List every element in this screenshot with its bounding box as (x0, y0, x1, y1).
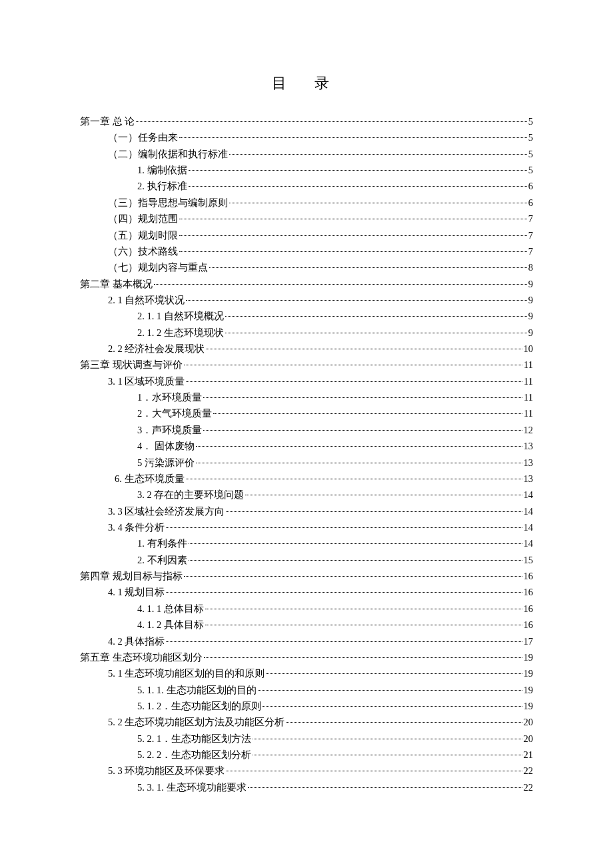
toc-entry-page: 11 (524, 373, 533, 389)
toc-entry-page: 20 (524, 731, 534, 747)
toc-entry: 5 污染源评价13 (80, 455, 533, 471)
toc-entry-text: 5. 2. 2．生态功能区划分析 (137, 747, 251, 763)
toc-entry-page: 14 (524, 535, 534, 551)
toc-entry-page: 7 (528, 211, 533, 227)
toc-entry-page: 13 (524, 471, 534, 487)
toc-entry: 2. 执行标准6 (80, 178, 533, 194)
toc-leader-dots (179, 235, 527, 236)
toc-entry-page: 11 (524, 357, 533, 373)
toc-entry-text: 5. 3. 1. 生态环境功能要求 (137, 779, 247, 795)
toc-entry-page: 19 (524, 649, 534, 665)
toc-entry-page: 5 (528, 113, 533, 129)
toc-leader-dots (263, 706, 522, 707)
table-of-contents: 第一章 总 论5（一）任务由来5（二）编制依据和执行标准51. 编制依据52. … (80, 113, 533, 795)
toc-leader-dots (184, 576, 522, 577)
toc-entry-page: 20 (524, 714, 534, 730)
toc-entry-page: 15 (524, 552, 534, 568)
toc-leader-dots (209, 267, 527, 268)
toc-entry-text: 4. 1. 1 总体目标 (137, 601, 204, 617)
toc-entry-page: 7 (528, 227, 533, 243)
toc-entry-page: 12 (524, 422, 534, 438)
toc-entry: 2. 1 自然环境状况9 (80, 292, 533, 308)
toc-entry: 3. 2 存在的主要环境问题14 (80, 487, 533, 503)
toc-entry: 2. 1. 1 自然环境概况9 (80, 308, 533, 324)
toc-entry-page: 19 (524, 682, 534, 698)
toc-entry-text: 5. 1. 2．生态功能区划的原则 (137, 698, 261, 714)
toc-entry-text: （五）规划时限 (108, 227, 178, 243)
toc-entry-text: 4. 1. 2 具体目标 (137, 617, 204, 633)
toc-entry-text: 2. 2 经济社会发展现状 (108, 341, 205, 357)
toc-entry-text: 4. 2 具体指标 (108, 633, 165, 649)
toc-entry: （五）规划时限7 (80, 227, 533, 243)
toc-leader-dots (229, 154, 527, 155)
toc-entry-page: 9 (528, 276, 533, 292)
toc-entry: 4. 1. 1 总体目标16 (80, 601, 533, 617)
toc-entry: 3. 4 条件分析14 (80, 519, 533, 535)
toc-entry: 第三章 现状调查与评价11 (80, 357, 533, 373)
toc-entry-text: 第三章 现状调查与评价 (80, 357, 183, 373)
toc-leader-dots (166, 527, 522, 528)
toc-entry-page: 21 (524, 747, 534, 763)
toc-entry-text: 1. 编制依据 (137, 162, 187, 178)
toc-entry: 3. 1 区域环境质量11 (80, 373, 533, 389)
toc-entry: 2. 1. 2 生态环境现状9 (80, 325, 533, 341)
toc-entry-text: （七）规划内容与重点 (108, 259, 208, 275)
toc-entry-page: 17 (524, 633, 534, 649)
toc-entry-text: （三）指导思想与编制原则 (108, 195, 228, 211)
toc-entry: 1．水环境质量11 (80, 389, 533, 405)
toc-entry-text: 4. 1 规划目标 (108, 584, 165, 600)
toc-entry: 5. 1. 1. 生态功能区划的目的19 (80, 682, 533, 698)
toc-entry-page: 9 (528, 292, 533, 308)
toc-leader-dots (189, 186, 527, 187)
toc-leader-dots (179, 251, 527, 252)
toc-leader-dots (245, 495, 522, 495)
toc-entry-text: 3. 1 区域环境质量 (108, 373, 185, 389)
toc-entry-page: 13 (524, 455, 534, 471)
toc-leader-dots (225, 316, 527, 317)
toc-entry-text: 5. 2 生态环境功能区划方法及功能区分析 (108, 714, 285, 730)
toc-entry: 4． 固体废物13 (80, 438, 533, 454)
toc-entry: 第五章 生态环境功能区划分19 (80, 649, 533, 665)
toc-entry: 2. 2 经济社会发展现状10 (80, 341, 533, 357)
toc-entry-page: 10 (524, 341, 534, 357)
toc-leader-dots (253, 755, 522, 755)
toc-entry-page: 16 (524, 601, 534, 617)
toc-entry-text: 第二章 基本概况 (80, 276, 153, 292)
toc-leader-dots (286, 722, 522, 723)
toc-leader-dots (258, 690, 522, 691)
toc-leader-dots (184, 365, 522, 365)
toc-entry-page: 19 (524, 698, 534, 714)
toc-entry: 1. 编制依据5 (80, 162, 533, 178)
toc-entry: 4. 2 具体指标17 (80, 633, 533, 649)
toc-entry: 4. 1. 2 具体目标16 (80, 617, 533, 633)
toc-entry-text: （四）规划范围 (108, 211, 178, 227)
toc-leader-dots (136, 121, 527, 122)
toc-entry-page: 5 (528, 146, 533, 162)
toc-entry-page: 16 (524, 568, 534, 584)
toc-entry-page: 14 (524, 519, 534, 535)
toc-leader-dots (179, 219, 527, 219)
toc-entry-page: 13 (524, 438, 534, 454)
toc-entry: 第四章 规划目标与指标16 (80, 568, 533, 584)
toc-leader-dots (166, 641, 522, 642)
toc-leader-dots (266, 673, 522, 674)
toc-entry-text: 2. 1. 2 生态环境现状 (137, 325, 224, 341)
toc-entry: 2．大气环境质量11 (80, 405, 533, 421)
toc-entry-page: 9 (528, 308, 533, 324)
toc-entry-page: 16 (524, 584, 534, 600)
toc-entry: （四）规划范围7 (80, 211, 533, 227)
toc-entry-text: 1．水环境质量 (137, 389, 202, 405)
toc-entry: 5. 2. 2．生态功能区划分析21 (80, 747, 533, 763)
toc-leader-dots (186, 381, 522, 382)
toc-leader-dots (189, 560, 522, 561)
toc-entry-text: 5 污染源评价 (137, 455, 195, 471)
toc-entry-text: 第五章 生态环境功能区划分 (80, 649, 203, 665)
toc-leader-dots (179, 137, 527, 138)
toc-entry: 5. 2 生态环境功能区划方法及功能区分析20 (80, 714, 533, 730)
toc-entry-text: 2. 1. 1 自然环境概况 (137, 308, 224, 324)
toc-leader-dots (196, 463, 522, 463)
toc-entry: 3．声环境质量12 (80, 422, 533, 438)
toc-entry: 5. 1 生态环境功能区划的目的和原则19 (80, 665, 533, 681)
toc-entry-page: 16 (524, 617, 534, 633)
toc-entry: （三）指导思想与编制原则6 (80, 195, 533, 211)
